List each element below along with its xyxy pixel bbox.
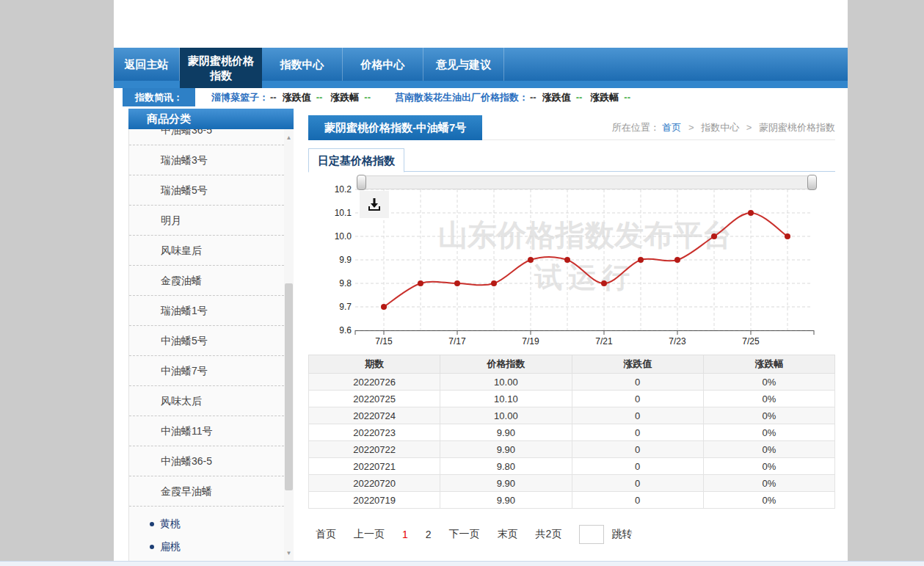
table-row: 202207229.9000% (309, 441, 835, 458)
table-cell: 20220723 (309, 424, 440, 441)
nav-item-mengyin-peach-price-index[interactable]: 蒙阴蜜桃价格指数 (180, 48, 262, 88)
price-index-chart: 山东价格指数发布平台试运行9.69.79.89.910.010.110.27/1… (308, 173, 835, 354)
table-cell: 9.80 (440, 458, 572, 475)
svg-text:9.8: 9.8 (339, 278, 352, 289)
sidebar-item[interactable]: 瑞油蟠1号 (129, 296, 284, 326)
sidebar-item[interactable]: 风味太后 (129, 386, 284, 416)
breadcrumb-home-link[interactable]: 首页 (662, 122, 681, 133)
pagination-pages: 12 (402, 529, 449, 540)
sidebar-body: 中油蟠36-5瑞油蟠3号瑞油蟠5号明月风味皇后金霞油蟠瑞油蟠1号中油蟠5号中油蟠… (128, 129, 294, 561)
table-cell: 20220719 (309, 492, 440, 509)
sidebar-item[interactable]: 瑞油蟠5号 (129, 175, 284, 206)
table-cell: 0 (572, 441, 703, 458)
scroll-up-icon[interactable]: ▲ (284, 134, 294, 142)
sidebar-item[interactable]: 中油蟠11号 (129, 416, 284, 446)
sidebar-vertical-scrollbar[interactable]: ▲ ▼ (284, 129, 294, 561)
table-cell: 0% (703, 407, 834, 424)
price-index-table: 期数价格指数涨跌值涨跌幅 2022072610.0000%2022072510.… (308, 355, 835, 509)
breadcrumb-current-page[interactable]: 蒙阴蜜桃价格指数 (759, 122, 835, 133)
ticker-entries: 淄博菜篮子：--涨跌值--涨跌幅--莒南散装花生油出厂价格指数：--涨跌值--涨… (195, 91, 639, 104)
scroll-down-icon[interactable]: ▼ (284, 549, 294, 558)
table-cell: 0 (572, 475, 703, 492)
range-slider-right-handle[interactable] (807, 175, 817, 190)
sidebar-bullet-list: 黄桃扁桃 (129, 507, 294, 561)
table-cell: 9.90 (440, 492, 572, 509)
sidebar-item[interactable]: 金霞早油蟠 (129, 476, 284, 507)
content-area: 商品分类 中油蟠36-5瑞油蟠3号瑞油蟠5号明月风味皇后金霞油蟠瑞油蟠1号中油蟠… (114, 106, 848, 566)
ticker-index-name[interactable]: 淄博菜篮子： (211, 92, 269, 103)
table-cell: 20220722 (309, 441, 440, 458)
sidebar-item-clipped[interactable]: 中油蟠36-5 (129, 129, 284, 145)
tab-daily-fixed-base-index[interactable]: 日定基价格指数 (308, 148, 404, 173)
sidebar-bullet-item[interactable]: 扁桃 (150, 535, 294, 558)
sidebar-item-label: 中油蟠36-5 (161, 129, 212, 145)
sidebar-item[interactable]: 中油蟠36-5 (129, 446, 284, 476)
ticker-pct-label: 涨跌幅 (590, 92, 619, 103)
table-header-row: 期数价格指数涨跌值涨跌幅 (309, 355, 835, 374)
sidebar-item[interactable]: 中油蟠5号 (129, 326, 284, 356)
table-cell: 0% (703, 374, 834, 391)
svg-text:9.9: 9.9 (339, 255, 352, 265)
pagination-first[interactable]: 首页 (316, 528, 336, 541)
nav-item-price-center[interactable]: 价格中心 (343, 48, 423, 81)
pagination-last[interactable]: 末页 (498, 528, 518, 541)
ticker-change-value: -- (316, 92, 323, 103)
ticker-entry-1: 淄博菜篮子：--涨跌值--涨跌幅-- (211, 91, 379, 104)
range-slider-left-handle[interactable] (357, 175, 366, 190)
page-container: 返回主站蒙阴蜜桃价格指数指数中心价格中心意见与建议 指数简讯： 淄博菜篮子：--… (114, 0, 848, 566)
sidebar-item[interactable]: 瑞油蟠3号 (129, 145, 284, 175)
page-title: 蒙阴蜜桃价格指数-中油蟠7号 (308, 115, 482, 140)
breadcrumb-prefix: 所在位置： (612, 122, 660, 133)
table-header-cell: 涨跌幅 (703, 355, 834, 374)
pagination-jump-input[interactable] (579, 525, 604, 544)
ticker-pct-value: -- (364, 92, 371, 103)
table-cell: 10.00 (440, 374, 572, 391)
table-row: 202207239.9000% (309, 424, 835, 441)
sidebar-item[interactable]: 风味皇后 (129, 236, 284, 266)
sidebar-item[interactable]: 明月 (129, 206, 284, 236)
table-cell: 0 (572, 374, 703, 391)
download-icon (366, 197, 382, 212)
table-header-cell: 期数 (309, 355, 440, 374)
svg-text:7/17: 7/17 (448, 336, 466, 347)
breadcrumb-index-center-link[interactable]: 指数中心 (701, 122, 739, 133)
table-cell: 20220726 (309, 374, 440, 391)
header-blank-band (114, 0, 848, 48)
breadcrumb: 所在位置： 首页 > 指数中心 > 蒙阴蜜桃价格指数 (612, 115, 835, 140)
pagination-next[interactable]: 下一页 (449, 528, 480, 541)
svg-text:7/25: 7/25 (742, 336, 760, 347)
pagination-page-1[interactable]: 1 (402, 529, 408, 540)
svg-text:7/15: 7/15 (375, 336, 393, 347)
table-header-cell: 价格指数 (440, 355, 572, 374)
sidebar-title: 商品分类 (128, 109, 294, 129)
nav-item-feedback[interactable]: 意见与建议 (423, 48, 504, 81)
ticker-change-label: 涨跌值 (283, 92, 311, 103)
pagination-total: 共2页 (536, 528, 562, 541)
main-panel: 蒙阴蜜桃价格指数-中油蟠7号 所在位置： 首页 > 指数中心 > 蒙阴蜜桃价格指… (308, 109, 835, 544)
pagination-prev[interactable]: 上一页 (354, 528, 385, 541)
table-row: 202207209.9000% (309, 475, 835, 492)
chart-download-button[interactable] (360, 191, 389, 218)
sidebar-bullet-item[interactable]: 黄桃 (150, 512, 294, 535)
nav-item-index-center[interactable]: 指数中心 (262, 48, 343, 81)
svg-text:山东价格指数发布平台: 山东价格指数发布平台 (438, 219, 732, 251)
sidebar-item[interactable]: 金霞油蟠 (129, 266, 284, 296)
svg-text:10.2: 10.2 (335, 184, 352, 195)
ticker-label: 指数简讯： (123, 88, 195, 106)
table-cell: 0% (703, 475, 834, 492)
table-cell: 0 (572, 424, 703, 441)
pagination-page-2[interactable]: 2 (426, 529, 432, 540)
chart-range-slider[interactable] (357, 175, 816, 189)
table-cell: 0% (703, 424, 834, 441)
ticker-index-name[interactable]: 莒南散装花生油出厂价格指数： (395, 92, 528, 103)
nav-item-return-main-site[interactable]: 返回主站 (114, 48, 180, 81)
breadcrumb-separator: > (688, 122, 694, 133)
table-cell: 20220725 (309, 391, 440, 407)
sidebar-item[interactable]: 中油蟠7号 (129, 356, 284, 386)
pagination-jump-button[interactable]: 跳转 (611, 528, 632, 541)
table-row: 202207219.8000% (309, 458, 835, 475)
vertical-scrollbar-thumb[interactable] (285, 283, 293, 490)
table-cell: 0% (703, 458, 834, 475)
svg-text:10.0: 10.0 (335, 231, 352, 242)
footer-strip (0, 561, 924, 566)
